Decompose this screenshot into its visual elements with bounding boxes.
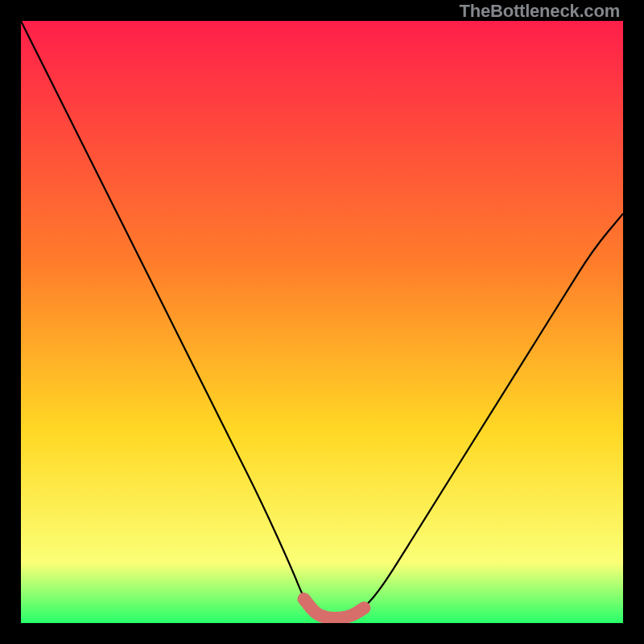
chart-svg: [21, 21, 623, 623]
watermark-label: TheBottleneck.com: [459, 1, 620, 22]
chart-plot-area: [21, 21, 623, 623]
gradient-bg: [21, 21, 623, 623]
chart-frame: [21, 21, 623, 623]
